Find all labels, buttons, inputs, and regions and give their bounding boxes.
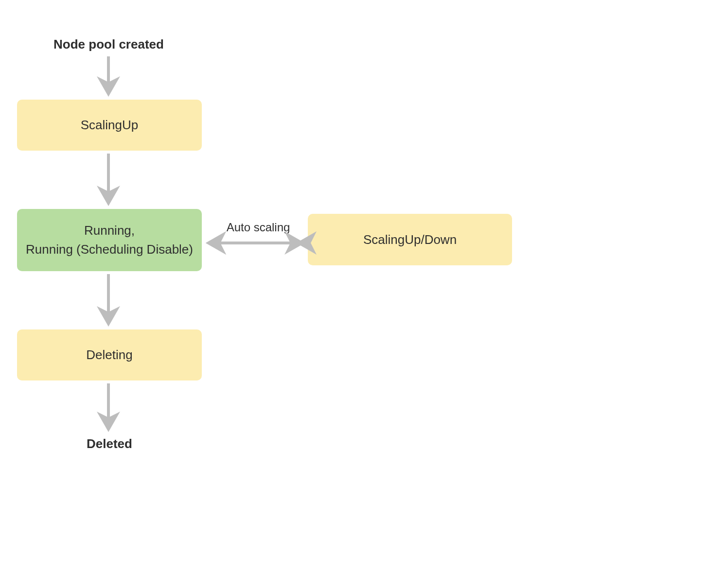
end-label: Deleted [83,436,136,451]
state-running: Running, Running (Scheduling Disable) [17,209,202,271]
state-scaling-updown-text: ScalingUp/Down [363,230,457,249]
flow-arrows [0,0,709,588]
start-label: Node pool created [47,37,171,52]
edge-auto-scaling-label: Auto scaling [224,221,292,234]
state-running-text-1: Running, [84,221,135,240]
state-running-text-2: Running (Scheduling Disable) [26,240,193,259]
state-deleting: Deleting [17,329,202,380]
state-scalingup-text: ScalingUp [81,116,139,135]
state-scaling-updown: ScalingUp/Down [308,214,512,265]
state-deleting-text: Deleting [86,346,132,364]
state-scalingup: ScalingUp [17,100,202,151]
